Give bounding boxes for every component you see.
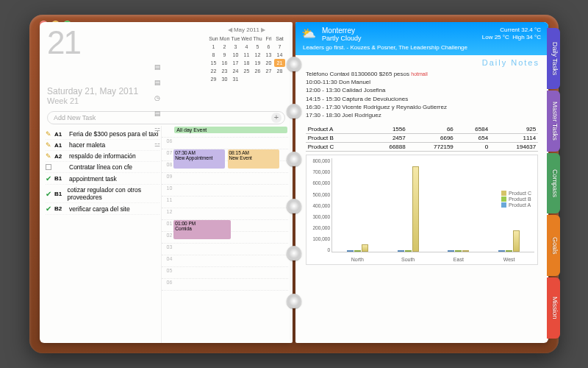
table-row: Product A1556666584925 [306,125,538,134]
notes-area[interactable]: Teléfono Contaxi 81300600 $265 pesos hot… [295,68,548,121]
cal-next-icon[interactable]: ▶ [261,26,265,33]
task-item[interactable]: Contratar línea con cfe [46,162,159,173]
hour-label: 06 [162,279,173,286]
task-text: appointment task [69,175,117,183]
task-item[interactable]: ✎A2respaldo de información [46,151,159,162]
note-line: 10:00-11:30 Don Manuel [306,78,538,86]
weather-quote: Leaders go first. - Kouzes & Posner, The… [303,44,541,51]
mini-calendar[interactable]: ◀ May 2011 ▶ SunMonTueWedThuFriSat123456… [208,26,285,83]
appointment[interactable]: 08:15 AMNew Event [228,149,279,169]
hour-label: 12 [162,208,173,215]
bar [455,250,462,252]
table-row: Product B245766966541114 [306,134,538,143]
note-line: 12:00 - 13:30 Calidad Josefina [306,86,538,94]
x-category: North [337,257,378,262]
cal-caption: May 2011 [234,26,259,33]
hour-label: 02 [162,232,173,238]
add-task-input[interactable]: Add New Task + [47,111,285,124]
hour-label: 01 [162,220,173,227]
bar [398,250,404,252]
x-category: South [388,257,429,262]
appointment[interactable]: 01:00 PMComida [173,220,231,239]
org-icon[interactable]: ⚍ [154,141,161,148]
weather-icon: ⛅ [301,26,316,40]
note-line: 16:30 - 17:30 Vicente Rodriguez y Reynal… [306,103,538,111]
legend-item: Product A [501,202,531,208]
tab-daily-tasks[interactable]: Daily Tasks [547,28,560,89]
add-task-plus-icon[interactable]: + [271,113,282,123]
bar [412,166,419,252]
note-line: 17:30 - 18:30 Joel Rodriguez [306,111,538,119]
pencil-icon: ✎ [46,152,51,160]
bar-group: West [489,230,529,252]
hour-label: 03 [162,244,173,250]
bar-group: North [337,244,378,252]
task-item[interactable]: ✎A1Feria de $300 pesos para el taxi [46,129,159,140]
weather-high: High 34 °C [512,34,541,40]
task-item[interactable]: ✔B1cotizar regulador con otros proveedor… [46,185,159,203]
day-number: 21 [47,26,80,83]
note-icon[interactable]: ▤ [154,79,161,86]
weather-current: Current 32.4 °C [482,26,541,34]
pencil-icon: ✎ [46,130,51,138]
hour-label: 04 [162,255,173,262]
check-icon: ✔ [46,190,51,198]
note-icon[interactable]: ▤ [154,110,161,117]
task-label: A2 [54,153,66,160]
check-icon: ✔ [46,205,51,213]
product-table: Product A1556666584925Product B245766966… [306,125,538,152]
hour-label: 05 [162,267,173,274]
table-row: Product C668887721590194637 [306,143,538,152]
task-text: Contratar línea con cfe [69,163,132,171]
tab-goals[interactable]: Goals [547,215,560,276]
x-category: East [438,257,478,262]
clock-icon[interactable]: ◷ [154,94,161,102]
week-line: Week 21 [40,96,293,110]
bar [448,250,454,252]
tab-master-tasks[interactable]: Master Tasks [547,91,560,152]
cal-prev-icon[interactable]: ◀ [228,26,232,33]
bar [362,244,368,252]
bar [513,230,520,252]
task-item[interactable]: ✔B2verificar carga del site [46,203,159,215]
appointment[interactable]: 07:30 AMNew Appointment [173,149,225,169]
planner-binder: Daily TasksMaster TasksCompassGoalsMissi… [29,15,559,353]
note-icon[interactable]: ▤ [154,63,161,71]
legend-item: Product C [501,191,531,196]
hotmail-badge: hotmail [411,71,428,77]
legend-item: Product B [501,197,531,202]
tab-compass[interactable]: Compass [547,153,560,214]
task-text: verificar carga del site [69,205,130,213]
hour-label: 07 [162,149,173,156]
weather-panel: ⛅ Monterrey Partly Cloudy Current 32.4 °… [295,22,548,55]
task-text: cotizar regulador con otros proveedores [67,186,159,201]
task-text: Feria de $300 pesos para el taxi [69,130,158,138]
task-item[interactable]: ✎A1hacer maleta [46,140,159,151]
bar-group: East [438,250,478,252]
task-label: B1 [54,175,66,182]
x-category: West [489,257,529,262]
bar [462,250,469,252]
hour-label: 10 [162,185,173,191]
schedule: All day Event060707:30 AMNew Appointment… [161,126,288,343]
pencil-icon: ✎ [46,141,51,149]
bar [405,250,412,252]
task-label: B1 [54,191,64,197]
task-label: A1 [54,142,66,149]
product-chart: 800,000700,000600,000500,000400,000300,0… [306,155,538,265]
tab-mission[interactable]: Mission [547,277,560,339]
task-text: hacer maleta [69,141,105,149]
hour-label: 08 [162,161,173,168]
task-label: A1 [54,131,66,138]
chart-legend: Product CProduct BProduct A [500,188,533,210]
right-page: ⛅ Monterrey Partly Cloudy Current 32.4 °… [295,22,548,343]
bar [354,250,361,252]
bar [498,250,505,252]
org-icon[interactable]: ⚍ [154,125,161,132]
allday-event[interactable]: All day Event [174,127,287,133]
hour-label: 11 [162,197,173,203]
task-text: respaldo de información [69,152,136,160]
task-item[interactable]: ✔B1appointment task [46,173,159,185]
weather-low: Low 25 °C [482,34,509,40]
checkbox-icon[interactable] [46,164,51,170]
